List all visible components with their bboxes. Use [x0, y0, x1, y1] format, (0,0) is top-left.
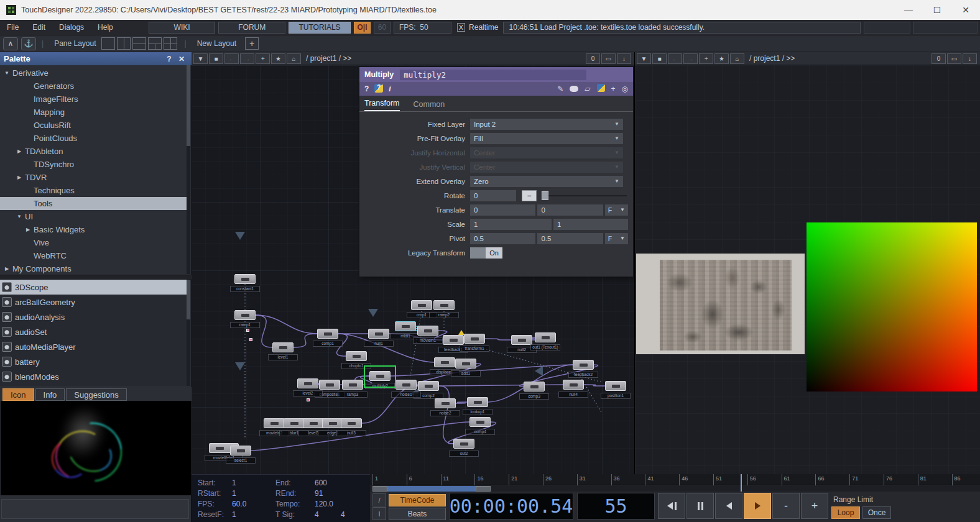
- node-comp3[interactable]: comp3: [524, 382, 545, 392]
- comment-icon[interactable]: [570, 86, 578, 92]
- network-path[interactable]: / project1 / >>: [306, 54, 351, 63]
- anchor-icon[interactable]: ⚓: [21, 37, 36, 50]
- viewer-path[interactable]: / project1 / >>: [749, 54, 795, 63]
- pane-type-dropdown[interactable]: ▼: [637, 53, 651, 64]
- node-feedback1[interactable]: feedback1: [443, 335, 464, 345]
- timeline-field-value[interactable]: 1: [232, 489, 236, 498]
- forward-icon[interactable]: →: [240, 53, 254, 64]
- python-icon[interactable]: [597, 84, 605, 94]
- play-forward-button[interactable]: [744, 493, 771, 519]
- node-ramp2[interactable]: ramp2: [433, 300, 455, 310]
- maximize-button[interactable]: ☐: [923, 0, 951, 20]
- node-level3[interactable]: level3: [303, 418, 324, 428]
- node-composite1[interactable]: composite1: [319, 380, 340, 390]
- timeline-field-value[interactable]: 60.0: [232, 500, 246, 508]
- range-handle-right[interactable]: [476, 486, 491, 492]
- component-item-blendModes[interactable]: blendModes: [0, 369, 187, 384]
- edit-pencil-icon[interactable]: ✎: [557, 85, 563, 93]
- pane-split-icon[interactable]: ■: [652, 53, 667, 64]
- node-moviein2[interactable]: moviein2: [264, 418, 285, 428]
- param-value-field[interactable]: 0.5: [470, 233, 535, 244]
- palette-close-button[interactable]: ✕: [175, 53, 188, 64]
- tree-item-basic-widgets[interactable]: ▶Basic Widgets: [0, 223, 187, 236]
- node-ramp3[interactable]: ramp3: [342, 380, 363, 390]
- node-level2[interactable]: level2: [297, 378, 318, 388]
- timeline-field-value[interactable]: 1: [232, 510, 236, 519]
- tree-item-generators[interactable]: Generators: [0, 80, 187, 93]
- component-item-battery[interactable]: battery: [0, 354, 187, 369]
- palette-tab-icon[interactable]: Icon: [2, 388, 34, 401]
- node-comp4[interactable]: comp4: [469, 417, 491, 427]
- tree-right-arrow-icon[interactable]: ▶: [4, 266, 10, 272]
- node-null1[interactable]: null1: [368, 329, 389, 339]
- skip-start-button[interactable]: [658, 493, 685, 519]
- node-noise1[interactable]: noise1: [395, 380, 417, 390]
- slider-decrement-button[interactable]: −: [522, 190, 537, 201]
- param-value-field[interactable]: 0: [470, 190, 516, 201]
- tree-item-webrtc[interactable]: WebRTC: [0, 249, 187, 262]
- pane-collapse-icon[interactable]: ↓: [617, 53, 631, 64]
- pane-type-dropdown[interactable]: ▼: [193, 53, 208, 64]
- layout-preset-3[interactable]: [132, 37, 146, 50]
- tree-right-arrow-icon[interactable]: ▶: [16, 175, 22, 180]
- viewer-zoom-value[interactable]: 0: [931, 53, 946, 64]
- bookmark-star-icon[interactable]: ★: [714, 53, 729, 64]
- timeline-field-value[interactable]: 91: [315, 489, 323, 498]
- param-dropdown[interactable]: Zero▼: [470, 176, 623, 187]
- tree-item-tdableton[interactable]: ▶TDAbleton: [0, 145, 187, 158]
- node-comp1[interactable]: comp1: [317, 329, 338, 339]
- maximize-pane-icon[interactable]: ∧: [3, 37, 18, 50]
- minimize-button[interactable]: —: [894, 0, 923, 20]
- node-edge1[interactable]: edge1: [322, 418, 343, 428]
- component-item-3DScope[interactable]: 3DScope: [0, 280, 187, 295]
- node-position1[interactable]: position1: [605, 381, 626, 391]
- tree-item-imagefilters[interactable]: ImageFilters: [0, 93, 187, 106]
- node-select1[interactable]: select1: [230, 446, 251, 456]
- tree-item-pointclouds[interactable]: PointClouds: [0, 132, 187, 145]
- timecode-mode-button[interactable]: TimeCode: [389, 494, 446, 506]
- palette-divider[interactable]: [0, 275, 192, 280]
- node-null4[interactable]: null4: [563, 380, 584, 390]
- param-value-field[interactable]: 0: [470, 204, 535, 216]
- realtime-checkbox[interactable]: X: [457, 23, 466, 32]
- param-value-field[interactable]: 1: [470, 219, 552, 230]
- viewer-canvas[interactable]: [635, 65, 980, 474]
- component-item-autoMediaPlayer[interactable]: autoMediaPlayer: [0, 339, 187, 354]
- node-transform1[interactable]: transform1: [464, 334, 485, 344]
- info-icon[interactable]: i: [389, 85, 391, 93]
- node-ramp1[interactable]: ramp1: [234, 310, 256, 320]
- beats-mode-button[interactable]: Beats: [389, 508, 446, 520]
- palette-tree-scrollbar[interactable]: [187, 65, 190, 274]
- forward-icon[interactable]: →: [683, 53, 698, 64]
- tree-item-my-components[interactable]: ▶My Components: [0, 262, 187, 274]
- network-zoom-value[interactable]: 0: [586, 53, 600, 64]
- node-midi1[interactable]: midi1: [395, 321, 416, 331]
- python-help-icon[interactable]: ?: [374, 84, 383, 94]
- node-moviein1[interactable]: moviein1: [417, 326, 438, 336]
- tree-down-arrow-icon[interactable]: ▼: [4, 70, 10, 76]
- node-noise2[interactable]: noise2: [435, 398, 456, 408]
- component-item-audioSet[interactable]: audioSet: [0, 324, 187, 339]
- add-parameter-icon[interactable]: +: [611, 85, 616, 93]
- slider-handle[interactable]: [542, 191, 548, 200]
- back-icon[interactable]: ←: [668, 53, 682, 64]
- playhead[interactable]: [741, 474, 742, 492]
- wiki-button[interactable]: WIKI: [149, 22, 216, 34]
- add-icon[interactable]: ＋: [256, 53, 270, 64]
- pane-maximize-icon[interactable]: ▭: [601, 53, 616, 64]
- param-unit-dropdown[interactable]: F▼: [605, 233, 628, 244]
- texture-viewer[interactable]: [636, 254, 805, 354]
- close-button[interactable]: ✕: [951, 0, 980, 20]
- timeline-mode-slash-button[interactable]: /: [372, 493, 386, 506]
- tutorials-button[interactable]: TUTORIALS: [289, 22, 351, 34]
- layout-preset-4[interactable]: [148, 37, 162, 50]
- home-icon[interactable]: ⌂: [287, 53, 301, 64]
- node-out1[interactable]: out1 (Texout1): [535, 332, 556, 342]
- node-chopto1[interactable]: chopto1: [346, 351, 367, 361]
- palette-tab-suggestions[interactable]: Suggestions: [66, 388, 127, 401]
- play-reverse-button[interactable]: [715, 493, 742, 519]
- midi-oi-button[interactable]: O|I: [354, 22, 371, 34]
- slider-track[interactable]: [548, 195, 627, 196]
- menu-edit[interactable]: Edit: [25, 23, 52, 32]
- node-lookup1[interactable]: lookup1: [467, 397, 488, 407]
